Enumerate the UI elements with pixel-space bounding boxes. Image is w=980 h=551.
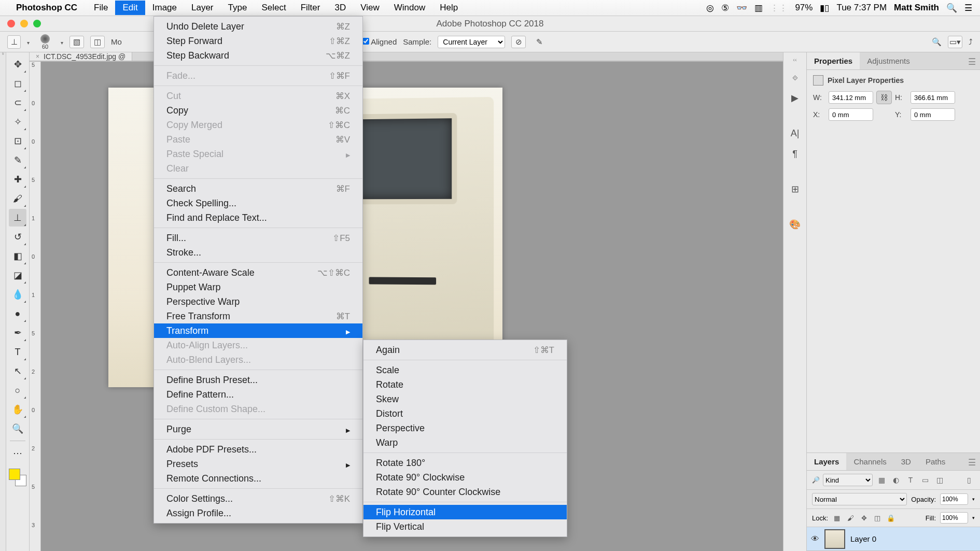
clone-source-icon[interactable]: ◫	[90, 36, 105, 48]
edit-menu-item-29[interactable]: Define Pattern...	[154, 387, 362, 402]
menu-layer[interactable]: Layer	[184, 1, 221, 15]
edit-menu-item-1[interactable]: Step Forward⇧⌘Z	[154, 34, 362, 48]
lock-all-icon[interactable]: 🔒	[886, 513, 895, 522]
filter-type-icon[interactable]: T	[905, 474, 916, 486]
move-tool-icon[interactable]: ✥	[9, 55, 26, 73]
html5-icon[interactable]: ⑤	[721, 3, 729, 13]
tab-paths[interactable]: Paths	[918, 453, 953, 470]
transform-menu-item-5[interactable]: Distort	[363, 406, 567, 421]
blur-tool-icon[interactable]: 💧	[9, 286, 26, 303]
transform-menu-item-7[interactable]: Warp	[363, 435, 567, 450]
menu-filter[interactable]: Filter	[293, 1, 328, 15]
tool-preset-chev[interactable]	[27, 37, 30, 46]
edit-menu-item-35[interactable]: Presets	[154, 457, 362, 471]
healing-tool-icon[interactable]: ✚	[9, 171, 26, 188]
layers-options-icon[interactable]: ☰	[968, 457, 976, 468]
character-panel-icon[interactable]: A|	[789, 127, 801, 139]
clone-stamp-tool-icon[interactable]: ⊥	[9, 209, 26, 227]
battery-icon[interactable]: ▮▯	[820, 3, 829, 13]
paragraph-panel-icon[interactable]: ¶	[789, 148, 801, 160]
spotlight-icon[interactable]: 🔍	[946, 3, 957, 13]
hand-tool-icon[interactable]: ✋	[9, 401, 26, 418]
edit-menu-item-39[interactable]: Assign Profile...	[154, 506, 362, 520]
zoom-tool-icon[interactable]: 🔍	[9, 420, 26, 437]
wifi-icon[interactable]: ⋮⋮	[770, 3, 788, 13]
menu-view[interactable]: View	[353, 1, 387, 15]
aligned-checkbox[interactable]: Aligned	[362, 37, 397, 46]
actions-panel-icon[interactable]: ▶	[789, 92, 801, 104]
edit-menu-item-23[interactable]: Free Transform⌘T	[154, 309, 362, 323]
menu-image[interactable]: Image	[145, 1, 184, 15]
user-name[interactable]: Matt Smith	[894, 3, 939, 13]
edit-menu-item-38[interactable]: Color Settings...⇧⌘K	[154, 491, 362, 506]
history-panel-icon[interactable]: ⟐	[789, 71, 801, 83]
transform-menu-item-10[interactable]: Rotate 90° Clockwise	[363, 470, 567, 485]
fg-color-swatch[interactable]	[9, 469, 20, 480]
brush-preview[interactable]: 60	[36, 33, 54, 51]
edit-menu-item-24[interactable]: Transform	[154, 323, 362, 338]
menu-3d[interactable]: 3D	[327, 1, 353, 15]
width-input[interactable]	[829, 91, 873, 104]
edit-menu-item-18[interactable]: Stroke...	[154, 245, 362, 260]
menu-help[interactable]: Help	[432, 1, 465, 15]
brush-panel-toggle-icon[interactable]: ▧	[69, 36, 84, 48]
transform-menu-item-9[interactable]: Rotate 180°	[363, 456, 567, 470]
layer-thumbnail[interactable]	[824, 529, 845, 549]
edit-menu-item-17[interactable]: Fill...⇧F5	[154, 231, 362, 245]
shape-tool-icon[interactable]: ○	[9, 382, 26, 399]
menu-select[interactable]: Select	[254, 1, 293, 15]
sample-select[interactable]: Current Layer	[438, 36, 505, 48]
transform-menu-item-2[interactable]: Scale	[363, 363, 567, 377]
marquee-tool-icon[interactable]: ◻	[9, 75, 26, 92]
minimize-window-button[interactable]	[20, 20, 28, 27]
close-window-button[interactable]	[7, 20, 15, 27]
eraser-tool-icon[interactable]: ◧	[9, 247, 26, 265]
history-brush-tool-icon[interactable]: ↺	[9, 228, 26, 246]
menu-type[interactable]: Type	[221, 1, 255, 15]
blend-mode-select[interactable]: Normal	[812, 493, 907, 505]
tab-properties[interactable]: Properties	[807, 52, 860, 69]
edit-menu-item-15[interactable]: Find and Replace Text...	[154, 210, 362, 225]
quick-select-tool-icon[interactable]: ✧	[9, 113, 26, 131]
swatches-panel-icon[interactable]: ⊞	[789, 183, 801, 195]
edit-menu-item-36[interactable]: Remote Connections...	[154, 471, 362, 486]
document-tab[interactable]: × ICT.DSC_4953Edit.jpg @	[30, 52, 132, 61]
color-panel-icon[interactable]: 🎨	[789, 218, 801, 231]
binoculars-icon[interactable]: 👓	[736, 3, 747, 13]
edit-menu-item-2[interactable]: Step Backward⌥⌘Z	[154, 48, 362, 63]
menu-window[interactable]: Window	[387, 1, 432, 15]
tab-adjustments[interactable]: Adjustments	[860, 52, 917, 69]
transform-menu-item-13[interactable]: Flip Horizontal	[363, 505, 567, 519]
edit-menu-item-20[interactable]: Content-Aware Scale⌥⇧⌘C	[154, 265, 362, 280]
clock[interactable]: Tue 7:37 PM	[836, 3, 887, 13]
edit-menu-item-0[interactable]: Undo Delete Layer⌘Z	[154, 19, 362, 34]
menu-edit[interactable]: Edit	[115, 1, 145, 15]
edit-menu-item-14[interactable]: Check Spelling...	[154, 196, 362, 210]
path-select-tool-icon[interactable]: ↖	[9, 362, 26, 380]
transform-menu-item-0[interactable]: Again⇧⌘T	[363, 343, 567, 357]
brush-chev[interactable]	[61, 37, 63, 46]
workspace-icon[interactable]: ▭▾	[948, 36, 962, 48]
app-name[interactable]: Photoshop CC	[16, 3, 77, 13]
transform-menu-item-6[interactable]: Perspective	[363, 421, 567, 435]
visibility-icon[interactable]: 👁	[811, 534, 819, 544]
transform-menu-item-14[interactable]: Flip Vertical	[363, 519, 567, 534]
layer-row[interactable]: 👁 Layer 0	[807, 527, 980, 551]
tab-channels[interactable]: Channels	[846, 453, 893, 470]
edit-menu-item-28[interactable]: Define Brush Preset...	[154, 373, 362, 387]
zoom-window-button[interactable]	[33, 20, 41, 27]
ruler-vertical[interactable]: 500510152025303	[30, 62, 41, 551]
dodge-tool-icon[interactable]: ●	[9, 305, 26, 322]
close-tab-icon[interactable]: ×	[36, 53, 39, 60]
edit-menu-item-22[interactable]: Perspective Warp	[154, 294, 362, 309]
edit-menu-item-7[interactable]: Copy⌘C	[154, 103, 362, 118]
edit-menu-item-32[interactable]: Purge	[154, 422, 362, 436]
edit-menu-item-13[interactable]: Search⌘F	[154, 181, 362, 196]
gradient-tool-icon[interactable]: ◪	[9, 266, 26, 284]
battery-detail-icon[interactable]: ▥	[754, 3, 763, 13]
menu-file[interactable]: File	[87, 1, 115, 15]
pen-tool-icon[interactable]: ✒	[9, 324, 26, 342]
layer-name[interactable]: Layer 0	[850, 534, 876, 543]
search-icon[interactable]: 🔍	[932, 37, 942, 47]
list-icon[interactable]: ☰	[964, 3, 972, 13]
